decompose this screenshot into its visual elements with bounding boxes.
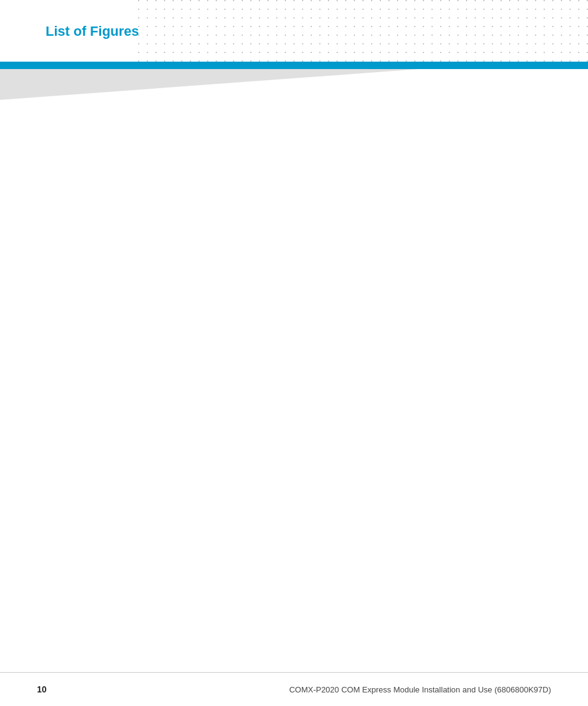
header: List of Figures — [0, 0, 588, 62]
main-content — [0, 100, 588, 672]
footer-page-number: 10 — [37, 684, 47, 694]
page-title: List of Figures — [46, 23, 139, 39]
gray-triangle-area — [0, 69, 588, 100]
footer-document-title: COMX-P2020 COM Express Module Installati… — [289, 685, 551, 694]
footer: 10 COMX-P2020 COM Express Module Install… — [0, 672, 588, 706]
gray-triangle-decoration — [0, 69, 419, 100]
blue-accent-bar — [0, 62, 588, 69]
